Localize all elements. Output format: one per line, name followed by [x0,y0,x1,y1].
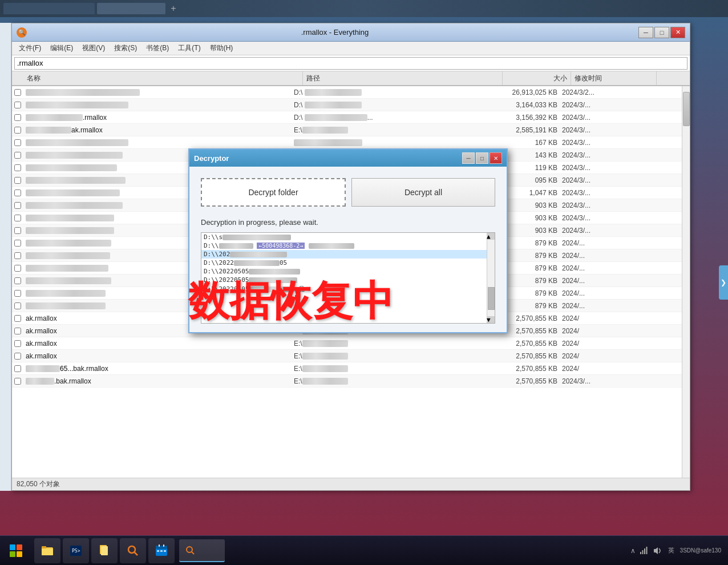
tray-volume-icon[interactable] [653,546,663,556]
row-checkbox[interactable] [12,290,23,297]
file-date-cell: 2024/3/... [560,164,645,172]
menu-search[interactable]: 搜索(S) [110,42,141,54]
file-name-cell: .rmallox [23,114,292,122]
row-checkbox[interactable] [12,265,23,272]
row-checkbox[interactable] [12,353,23,360]
log-scroll-up[interactable]: ▲ [487,233,495,240]
row-checkbox[interactable] [12,89,23,96]
file-date-cell: 2024/3/... [560,227,645,235]
file-path-cell: D:\ ... [292,114,491,122]
file-path-cell: D:\ [292,101,491,109]
menubar: 文件(F) 编辑(E) 视图(V) 搜索(S) 书签(B) 工具(T) 帮助(H… [12,42,690,55]
scrollbar-thumb[interactable] [683,92,690,126]
taskbar-explorer-icon[interactable] [34,538,60,563]
table-row[interactable]: ak.rmallox E:\ 2,585,191 KB 2024/3/... [12,124,690,136]
row-checkbox[interactable] [12,139,23,146]
dialog-maximize-button[interactable]: □ [476,152,488,164]
right-edge-collapse-button[interactable]: ❯ [719,265,728,300]
row-checkbox[interactable] [12,202,23,209]
tray-expand-button[interactable]: ∧ [630,547,636,555]
log-area[interactable]: D:\\s D:\\ ←500498368-2→ D:\\202 D:\\202… [201,232,495,324]
dialog-buttons-row: Decrypt folder Decrypt all [201,178,495,207]
row-checkbox[interactable] [12,127,23,134]
taskbar-tray: ∧ 英 3SDN@safe130 [630,546,726,556]
close-button[interactable]: ✕ [670,27,685,38]
taskbar-clock[interactable]: 3SDN@safe130 [680,547,721,554]
row-checkbox[interactable] [12,340,23,347]
col-header-path[interactable]: 路径 [303,71,503,85]
row-checkbox[interactable] [12,189,23,196]
row-checkbox[interactable] [12,152,23,159]
col-header-date[interactable]: 修改时间 [571,71,657,85]
search-icon [126,544,140,558]
file-date-cell: 2024/ [560,365,645,373]
row-checkbox[interactable] [12,252,23,259]
menu-help[interactable]: 帮助(H) [205,42,238,54]
file-date-cell: 2024/ [560,327,645,335]
taskbar-calendar-icon[interactable] [148,538,175,563]
svg-point-16 [187,547,192,552]
row-checkbox[interactable] [12,164,23,171]
row-checkbox[interactable] [12,215,23,221]
search-input[interactable] [14,57,687,70]
col-header-size[interactable]: 大小 [503,71,571,85]
row-checkbox[interactable] [12,177,23,184]
row-checkbox[interactable] [12,365,23,372]
status-bar: 82,050 个对象 [12,478,690,490]
svg-rect-12 [163,544,164,547]
menu-edit[interactable]: 编辑(E) [46,42,78,54]
file-name-cell: ak.rmallox [23,352,292,360]
tab-icon-1 [3,3,95,14]
file-size-cell: 2,570,855 KB [491,352,560,360]
table-row[interactable]: D:\ 3,164,033 KB 2024/3/... [12,99,690,111]
row-checkbox[interactable] [12,102,23,108]
taskbar-everything-app[interactable] [179,539,225,562]
table-row[interactable]: 167 KB 2024/3/... [12,136,690,149]
log-scroll-down[interactable]: ▼ [487,316,495,323]
minimize-button[interactable]: ─ [638,27,653,38]
dialog-close-button[interactable]: ✕ [490,152,502,164]
dialog-body: Decrypt folder Decrypt all Decryption in… [189,167,507,332]
menu-file[interactable]: 文件(F) [14,42,46,54]
table-row[interactable]: .bak.rmallox E:\ 2,570,855 KB 2024/3/... [12,375,690,388]
row-checkbox[interactable] [12,227,23,234]
taskbar-search-icon[interactable] [120,538,146,563]
start-button[interactable] [2,538,30,563]
window-controls[interactable]: ─ □ ✕ [638,27,685,38]
table-row[interactable]: .rmallox D:\ ... 3,156,392 KB 2024/3/... [12,111,690,124]
decrypt-folder-button[interactable]: Decrypt folder [201,178,346,207]
taskbar-terminal-icon[interactable]: PS> [63,538,89,563]
tray-network-icon[interactable] [639,546,649,556]
table-row[interactable]: ak.rmallox E:\ 2,570,855 KB 2024/ [12,350,690,362]
row-checkbox[interactable] [12,302,23,309]
taskbar-files-icon[interactable] [91,538,118,563]
log-scrollbar-thumb[interactable] [488,287,495,310]
file-size-cell: 3,156,392 KB [491,114,560,122]
file-date-cell: 2024/3/... [560,114,645,122]
row-checkbox[interactable] [12,315,23,322]
svg-line-17 [192,552,194,554]
menu-view[interactable]: 视图(V) [78,42,110,54]
table-row[interactable]: ak.rmallox E:\ 2,570,855 KB 2024/ [12,337,690,350]
log-scrollbar[interactable]: ▲ ▼ [487,233,495,323]
dialog-controls[interactable]: ─ □ ✕ [462,152,502,164]
table-row[interactable]: 65...bak.rmallox E:\ 2,570,855 KB 2024/ [12,362,690,375]
col-header-name[interactable]: 名称 [23,71,303,85]
decryptor-dialog: Decryptor ─ □ ✕ Decrypt folder Decrypt a… [188,148,508,333]
log-line: D:\\202205 [201,259,495,267]
row-checkbox[interactable] [12,328,23,334]
row-checkbox[interactable] [12,378,23,385]
log-line: D:\\s [201,233,495,241]
row-checkbox[interactable] [12,240,23,247]
row-checkbox[interactable] [12,277,23,284]
menu-bookmarks[interactable]: 书签(B) [141,42,173,54]
maximize-button[interactable]: □ [654,27,669,38]
table-row[interactable]: D:\ 26,913,025 KB 2024/3/2... [12,86,690,99]
tray-keyboard-icon[interactable]: 英 [666,546,677,556]
menu-tools[interactable]: 工具(T) [173,42,205,54]
row-checkbox[interactable] [12,114,23,121]
decrypt-all-button[interactable]: Decrypt all [351,178,495,207]
file-date-cell: 2024/ [560,314,645,322]
dialog-minimize-button[interactable]: ─ [462,152,475,164]
scrollbar-right[interactable] [682,86,690,478]
